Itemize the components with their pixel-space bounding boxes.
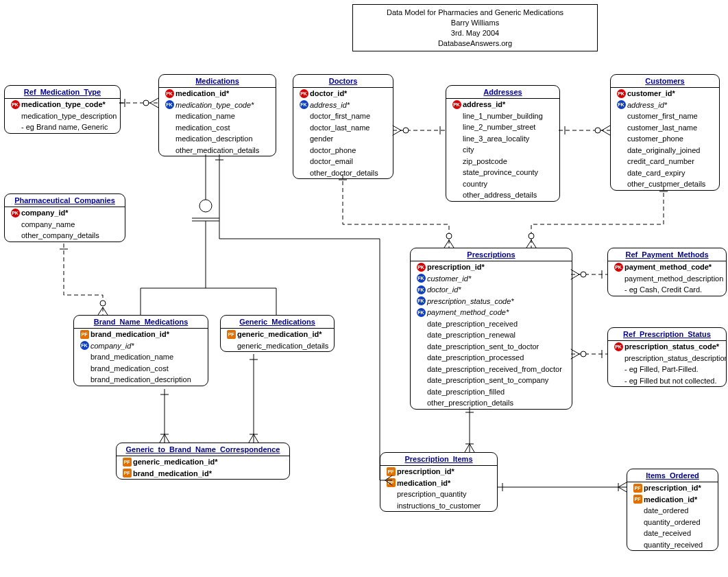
entity-attribute: doctor_first_name xyxy=(293,110,393,122)
entity-attribute: medication_description xyxy=(159,133,276,145)
attribute-text: prescription_status_description xyxy=(624,353,727,364)
entity-title: Ref_Medication_Type xyxy=(5,86,120,99)
svg-point-26 xyxy=(581,272,586,277)
entity-attribute: FKmedication_type_code* xyxy=(159,99,276,111)
entity-attribute: customer_phone xyxy=(611,133,719,145)
svg-point-8 xyxy=(403,128,409,133)
entity-attribute: other_customer_details xyxy=(611,178,719,190)
attribute-text: - eg Filled but not collected. xyxy=(624,375,717,387)
entity-attribute: prescription_status_description xyxy=(608,353,726,364)
attribute-text: prescription_id* xyxy=(644,482,701,494)
attribute-text: date_prescription_processed xyxy=(427,352,524,364)
svg-line-49 xyxy=(98,307,103,315)
attribute-text: prescription_status_code* xyxy=(624,341,719,353)
attribute-text: doctor_last_name xyxy=(310,122,369,134)
entity-attribute: PFprescription_id* xyxy=(627,482,718,494)
entity-rows: PKcompany_id*company_nameother_company_d… xyxy=(5,207,125,242)
attribute-text: customer_id* xyxy=(627,88,675,99)
entity-brand-name-medications: Brand_Name_Medications PFbrand_medicatio… xyxy=(73,315,208,386)
attribute-text: other_doctor_details xyxy=(310,167,378,179)
entity-pharmaceutical-companies: Pharmaceutical_Companies PKcompany_id*co… xyxy=(4,193,125,242)
pf-icon: PF xyxy=(633,484,642,493)
fk-icon: FK xyxy=(80,341,89,350)
entity-title: Ref_Prescription_Status xyxy=(608,328,726,341)
fk-icon: FK xyxy=(617,100,626,109)
pf-icon: PF xyxy=(123,469,132,478)
attribute-text: medication_description xyxy=(175,133,253,145)
attribute-text: state_province_county xyxy=(463,167,538,178)
entity-attribute: FKpayment_method_code* xyxy=(411,307,572,318)
entity-rows: PKcustomer_id*FKaddress_id*customer_firs… xyxy=(611,88,719,190)
entity-attribute: PFbrand_medication_id* xyxy=(74,329,208,340)
entity-attribute: generic_medication_details xyxy=(221,340,334,352)
svg-point-60 xyxy=(199,200,212,212)
pk-icon: PK xyxy=(165,89,174,98)
entity-title: Items_Ordered xyxy=(627,469,718,482)
svg-line-38 xyxy=(470,444,474,452)
entity-rows: PKprescription_status_code*prescription_… xyxy=(608,341,726,386)
entity-attribute: customer_last_name xyxy=(611,122,719,134)
fk-icon: FK xyxy=(417,274,426,283)
entity-attribute: date_prescription_filled xyxy=(411,386,572,398)
entity-attribute: date_prescription_sent_to_doctor xyxy=(411,341,572,353)
pf-icon: PF xyxy=(387,478,396,487)
entity-attribute: FKcustomer_id* xyxy=(411,273,572,285)
entity-rows: PFgeneric_medication_id*generic_medicati… xyxy=(221,329,334,351)
attribute-text: medication_id* xyxy=(397,478,450,489)
entity-attribute: medication_name xyxy=(159,110,276,122)
entity-ref-medication-type: Ref_Medication_Type PKmedication_type_co… xyxy=(4,85,121,134)
entity-attribute: PKcustomer_id* xyxy=(611,88,719,99)
entity-title: Generic_to_Brand_Name_Correspondence xyxy=(117,443,289,456)
svg-line-5 xyxy=(150,103,158,108)
fk-icon: FK xyxy=(300,100,308,109)
svg-line-50 xyxy=(103,307,108,315)
attribute-text: prescription_status_code* xyxy=(427,296,514,307)
entity-attribute: date_ordered xyxy=(627,505,718,517)
entity-title: Brand_Name_Medications xyxy=(74,316,208,329)
attribute-text: - eg Brand name, Generic xyxy=(21,121,108,133)
attribute-text: brand_medication_id* xyxy=(90,329,169,340)
entity-generic-medications: Generic_Medications PFgeneric_medication… xyxy=(220,315,335,352)
attribute-text: doctor_id* xyxy=(427,284,461,296)
entity-attribute: line_3_area_locality xyxy=(446,133,559,145)
attribute-text: zip_postcode xyxy=(463,156,507,167)
entity-attribute: medication_cost xyxy=(159,122,276,134)
entity-attribute: payment_method_description xyxy=(608,273,726,285)
fk-icon: FK xyxy=(417,296,426,305)
attribute-text: other_customer_details xyxy=(627,178,705,190)
attribute-text: - eg Cash, Credit Card. xyxy=(624,284,702,296)
attribute-text: credit_card_number xyxy=(627,156,694,167)
svg-point-31 xyxy=(581,351,586,357)
entity-attribute: brand_medication_cost xyxy=(74,363,208,375)
attribute-text: medication_name xyxy=(175,110,235,122)
attribute-text: generic_medication_id* xyxy=(133,456,218,468)
attribute-text: brand_medication_name xyxy=(90,351,173,363)
attribute-text: date_prescription_sent_to_doctor xyxy=(427,341,539,353)
fk-icon: FK xyxy=(165,100,174,109)
svg-line-10 xyxy=(393,130,401,135)
pk-icon: PK xyxy=(614,263,623,272)
attribute-text: customer_first_name xyxy=(627,110,698,122)
svg-line-37 xyxy=(465,444,470,452)
entity-attribute: date_prescription_renewal xyxy=(411,329,572,341)
entity-rows: PKpayment_method_code*payment_method_des… xyxy=(608,261,726,296)
attribute-text: instructions_to_customer xyxy=(397,500,481,512)
attribute-text: address_id* xyxy=(627,99,667,111)
entity-attribute: PFprescription_id* xyxy=(380,466,497,478)
entity-attribute: other_company_details xyxy=(5,230,125,242)
attribute-text: medication_type_code* xyxy=(21,99,106,110)
entity-attribute: prescription_quantity xyxy=(380,488,497,500)
entity-medications: Medications PKmedication_id*FKmedication… xyxy=(158,74,276,156)
attribute-text: doctor_id* xyxy=(310,88,347,99)
entity-attribute: company_name xyxy=(5,219,125,231)
entity-attribute: PKmedication_id* xyxy=(159,88,276,99)
entity-addresses: Addresses PKaddress_id*line_1_number_bui… xyxy=(446,85,560,202)
svg-point-13 xyxy=(595,128,600,133)
attribute-text: date_originally_joined xyxy=(627,145,700,156)
entity-title: Generic_Medications xyxy=(221,316,334,329)
attribute-text: company_name xyxy=(21,219,75,231)
entity-attribute: credit_card_number xyxy=(611,156,719,167)
svg-line-22 xyxy=(526,240,531,248)
attribute-text: medication_id* xyxy=(175,88,229,99)
entity-attribute: date_card_expiry xyxy=(611,167,719,179)
